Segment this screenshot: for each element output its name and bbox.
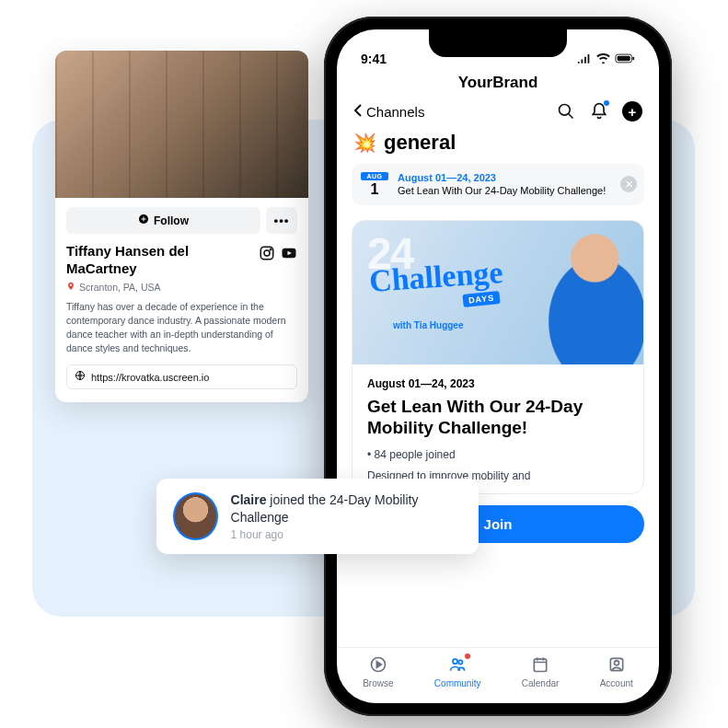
activity-toast[interactable]: Claire joined the 24-Day Mobility Challe… [156,479,479,554]
search-icon[interactable] [556,101,576,121]
pinned-title: August 01—24, 2023 [398,171,606,184]
signal-icon [577,53,592,66]
globe-icon [75,370,86,384]
profile-card: Follow ••• Tiffany Hansen del MaCartney … [55,51,308,402]
wifi-icon [596,53,610,66]
profile-bio: Tiffany has over a decade of experience … [66,300,297,356]
pinned-banner[interactable]: AUG 1 August 01—24, 2023 Get Lean With O… [352,164,644,205]
channel-header: 💥 general [337,125,659,164]
svg-point-3 [270,248,272,250]
svg-rect-7 [618,56,630,61]
follow-button[interactable]: Follow [66,207,260,234]
youtube-icon[interactable] [281,245,297,261]
add-button[interactable]: + [622,101,642,121]
website-link[interactable]: https://krovatka.uscreen.io [66,364,297,389]
tab-label: Calendar [522,678,560,688]
tab-community[interactable]: Community [434,655,481,688]
community-icon [448,655,467,676]
tab-bar: Browse Community Calendar Account [337,647,659,703]
card-date: August 01—24, 2023 [367,377,629,390]
toast-time: 1 hour ago [231,528,462,541]
back-label: Channels [366,104,424,120]
hero-days-tag: DAYS [462,291,500,307]
day-number: 1 [361,182,388,197]
back-button[interactable]: Channels [353,103,424,121]
profile-name: Tiffany Hansen del MaCartney [66,243,251,278]
card-hero: 24 Challenge DAYS with Tia Huggee [352,221,643,364]
notification-dot [604,100,609,106]
dots-icon: ••• [274,214,290,227]
brand-title: YourBrand [337,68,659,96]
tab-calendar[interactable]: Calendar [522,655,560,688]
tab-browse[interactable]: Browse [363,655,393,688]
tab-label: Account [600,678,633,688]
chevron-left-icon [353,103,363,121]
hero-with-text: with Tia Huggee [393,320,464,330]
status-time: 9:41 [361,52,387,66]
channel-name: general [384,131,456,155]
map-pin-icon [66,282,75,293]
location-text: Scranton, PA, USA [79,282,161,293]
month-tag: AUG [361,172,388,180]
profile-hero-image [55,51,308,198]
svg-point-11 [453,659,457,664]
location-row: Scranton, PA, USA [66,282,297,293]
toast-user: Claire [231,492,267,507]
play-circle-icon [369,655,387,676]
svg-point-2 [264,250,270,256]
instagram-icon[interactable] [259,245,275,261]
more-button[interactable]: ••• [266,207,297,234]
follow-label: Follow [154,214,189,227]
account-icon [607,655,626,676]
tab-label: Community [434,678,481,688]
svg-point-9 [560,105,571,116]
plus-circle-icon [138,214,149,227]
phone-frame: 9:41 YourBrand Channels [324,17,672,716]
plus-icon: + [622,101,642,121]
toast-text: Claire joined the 24-Day Mobility Challe… [231,491,462,526]
close-icon[interactable]: ✕ [620,176,637,192]
card-title: Get Lean With Our 24-Day Mobility Challe… [367,396,629,440]
pinned-subtitle: Get Lean With Our 24-Day Mobility Challe… [398,184,606,197]
avatar [173,492,218,540]
svg-point-15 [614,661,618,665]
svg-rect-8 [632,57,634,61]
hero-person-image [520,221,644,364]
challenge-card[interactable]: 24 Challenge DAYS with Tia Huggee August… [352,220,644,494]
tab-account[interactable]: Account [600,655,633,688]
svg-point-12 [458,660,462,664]
channel-emoji: 💥 [353,132,376,154]
date-chip: AUG 1 [361,172,388,197]
joined-count: 84 people joined [375,448,456,461]
website-url: https://krovatka.uscreen.io [91,372,209,383]
phone-screen: 9:41 YourBrand Channels [337,29,659,703]
tab-label: Browse [363,678,393,688]
bell-icon[interactable] [589,101,609,121]
notch [429,29,567,57]
join-label: Join [484,516,513,532]
calendar-icon [531,655,549,676]
svg-rect-13 [534,659,546,671]
battery-icon [615,53,635,66]
